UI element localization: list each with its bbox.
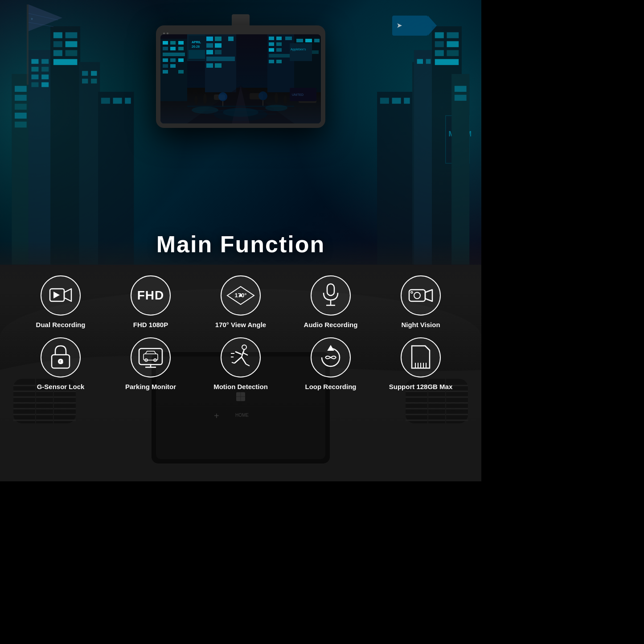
svg-rect-30: [113, 98, 122, 104]
feature-loop-recording: Loop Recording: [288, 337, 373, 390]
svg-rect-98: [178, 41, 184, 45]
svg-rect-125: [215, 63, 222, 68]
features-grid: Dual Recording FHD FHD 1080P: [0, 275, 481, 390]
svg-rect-122: [215, 50, 222, 54]
view-angle-label: 170° View Angle: [215, 321, 266, 328]
feature-parking-monitor: Parking Monitor: [108, 337, 193, 390]
svg-text:APRIL: APRIL: [192, 41, 201, 44]
dual-recording-icon-wrap: [41, 275, 81, 316]
feature-g-sensor: G G-Sensor Lock: [18, 337, 103, 390]
svg-line-201: [425, 346, 430, 350]
svg-text:26-28: 26-28: [192, 45, 200, 48]
svg-point-176: [411, 291, 413, 293]
svg-rect-48: [435, 59, 459, 65]
svg-rect-102: [163, 53, 185, 56]
svg-rect-135: [269, 60, 274, 63]
svg-rect-170: [327, 284, 334, 295]
svg-rect-133: [276, 48, 282, 52]
svg-point-174: [414, 292, 420, 299]
video-camera-icon: [49, 286, 72, 305]
svg-rect-140: [314, 39, 320, 42]
svg-rect-119: [206, 43, 213, 48]
svg-rect-26: [82, 79, 88, 84]
svg-rect-117: [215, 37, 222, 41]
svg-marker-195: [328, 346, 333, 350]
microphone-icon: [322, 283, 340, 308]
main-title: Main Function: [156, 231, 325, 258]
night-camera-icon: [408, 286, 433, 305]
svg-rect-43: [447, 33, 459, 38]
feature-storage: Support 128GB Max: [378, 337, 464, 390]
svg-line-188: [242, 353, 248, 355]
loop-icon: [318, 345, 343, 370]
feature-view-angle: 170° 170° View Angle: [198, 275, 283, 328]
device-mount: [232, 14, 250, 25]
svg-rect-47: [447, 50, 459, 56]
svg-rect-134: [269, 54, 291, 57]
feature-fhd: FHD FHD 1080P: [108, 275, 193, 328]
fhd-display-text: FHD: [137, 288, 164, 303]
svg-text:★: ★: [30, 17, 33, 21]
svg-rect-123: [206, 57, 235, 61]
features-row-2: G G-Sensor Lock: [18, 337, 464, 390]
svg-line-190: [242, 357, 246, 364]
svg-rect-136: [276, 60, 282, 63]
feature-night-vision: Night Vision: [378, 275, 464, 328]
svg-rect-53: [426, 59, 431, 64]
svg-rect-5: [15, 122, 27, 127]
flag-decoration: ★: [22, 4, 76, 94]
svg-rect-127: [269, 37, 274, 40]
motion-label: Motion Detection: [213, 383, 268, 390]
svg-rect-131: [276, 42, 282, 46]
svg-rect-34: [392, 98, 401, 104]
svg-rect-104: [170, 58, 176, 62]
parking-icon-wrap: [131, 337, 171, 377]
dual-recording-label: Dual Recording: [36, 321, 86, 328]
svg-point-185: [242, 345, 246, 349]
svg-rect-24: [82, 71, 88, 76]
running-person-icon: [230, 345, 251, 370]
night-vision-icon-wrap: [401, 275, 441, 316]
svg-rect-107: [170, 64, 176, 68]
svg-line-189: [234, 357, 242, 363]
sign-decoration: ➤: [392, 13, 437, 40]
svg-rect-103: [163, 58, 168, 62]
svg-point-145: [194, 96, 198, 105]
device-screen: APRIL 26-28: [160, 34, 321, 123]
night-vision-label: Night Vision: [401, 321, 440, 328]
svg-marker-167: [54, 292, 59, 298]
loop-icon-wrap: [311, 337, 351, 377]
svg-rect-132: [269, 48, 274, 52]
svg-rect-4: [15, 113, 27, 119]
g-sensor-label: G-Sensor Lock: [37, 383, 85, 390]
svg-rect-130: [269, 42, 274, 46]
device-body: APRIL 26-28: [156, 25, 325, 128]
svg-point-162: [192, 107, 218, 114]
g-sensor-icon-wrap: G: [41, 337, 81, 377]
svg-rect-121: [206, 50, 213, 54]
svg-rect-105: [178, 58, 184, 62]
svg-point-157: [258, 91, 267, 100]
svg-text:HOME: HOME: [235, 413, 249, 418]
svg-rect-2: [15, 95, 27, 101]
storage-icon-wrap: [401, 337, 441, 377]
svg-rect-44: [435, 41, 444, 47]
svg-rect-106: [163, 64, 168, 68]
svg-rect-31: [125, 98, 131, 104]
svg-point-163: [265, 105, 287, 111]
svg-marker-175: [425, 290, 432, 301]
dashcam-device: APRIL 26-28: [156, 14, 325, 128]
svg-rect-158: [263, 100, 263, 106]
motion-icon-wrap: [221, 337, 261, 377]
svg-text:UNITED: UNITED: [292, 93, 304, 96]
audio-recording-label: Audio Recording: [304, 321, 358, 328]
features-row-1: Dual Recording FHD FHD 1080P: [18, 275, 464, 328]
svg-rect-52: [417, 59, 423, 64]
svg-rect-138: [296, 39, 303, 42]
svg-rect-56: [455, 95, 467, 101]
svg-text:➤: ➤: [397, 22, 402, 29]
svg-point-147: [283, 95, 287, 104]
svg-line-192: [246, 364, 250, 366]
svg-rect-116: [206, 37, 213, 41]
svg-rect-128: [276, 37, 282, 40]
